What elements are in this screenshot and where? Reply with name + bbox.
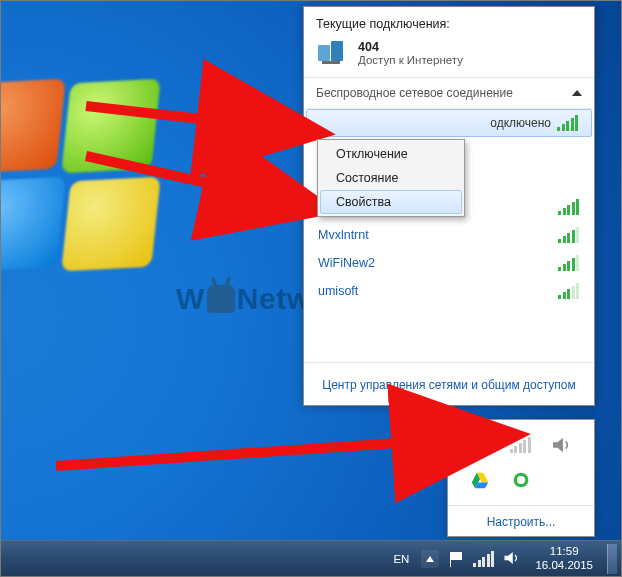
connected-label: одключено: [490, 116, 551, 130]
volume-taskbar-icon[interactable]: [503, 550, 521, 568]
network-item[interactable]: umisoft: [304, 277, 594, 305]
menu-item-disconnect[interactable]: Отключение: [320, 142, 462, 166]
signal-icon: [558, 227, 580, 243]
svg-marker-10: [450, 552, 462, 567]
network-status: Доступ к Интернету: [358, 54, 463, 66]
network-item[interactable]: WiFiNew2: [304, 249, 594, 277]
tray-blank: [469, 435, 491, 455]
show-desktop-button[interactable]: [607, 544, 617, 574]
signal-icon: [557, 115, 579, 131]
svg-marker-11: [505, 552, 513, 564]
android-icon: [207, 285, 235, 313]
tray-overflow-panel: Настроить...: [447, 419, 595, 537]
clock-date: 16.04.2015: [535, 559, 593, 572]
wireless-section-header[interactable]: Беспроводное сетевое соединение: [304, 78, 594, 109]
clock-time: 11:59: [535, 545, 593, 558]
svg-marker-9: [426, 556, 434, 562]
google-drive-icon[interactable]: [469, 470, 491, 490]
network-name: 404: [358, 40, 463, 54]
svg-rect-1: [331, 41, 343, 61]
action-center-icon[interactable]: [447, 550, 465, 568]
menu-item-status[interactable]: Состояние: [320, 166, 462, 190]
current-connections-heading: Текущие подключения:: [304, 7, 594, 35]
collapse-icon: [572, 90, 582, 96]
network-tray-icon[interactable]: [510, 435, 532, 455]
svg-marker-3: [553, 438, 563, 452]
signal-icon: [558, 283, 580, 299]
signal-icon: [558, 199, 580, 215]
taskbar: EN 11:59 16.04.2015: [1, 540, 621, 576]
svg-rect-0: [318, 45, 330, 61]
network-item-selected[interactable]: одключено: [306, 109, 592, 137]
network-center-link[interactable]: Центр управления сетями и общим доступом: [322, 378, 576, 392]
network-item[interactable]: Mvxlntrnt: [304, 221, 594, 249]
volume-tray-icon[interactable]: [551, 435, 573, 455]
customize-link[interactable]: Настроить...: [487, 515, 556, 529]
svg-rect-2: [322, 61, 340, 64]
wireless-heading: Беспроводное сетевое соединение: [316, 86, 513, 100]
network-label: WiFiNew2: [318, 256, 558, 270]
svg-point-8: [517, 476, 525, 484]
network-label: Mvxlntrnt: [318, 228, 558, 242]
signal-icon: [558, 255, 580, 271]
network-icon: [316, 39, 348, 67]
network-label: umisoft: [318, 284, 558, 298]
menu-item-properties[interactable]: Свойства: [320, 190, 462, 214]
clock[interactable]: 11:59 16.04.2015: [529, 545, 599, 571]
flyout-footer: Центр управления сетями и общим доступом: [304, 362, 594, 405]
sync-icon[interactable]: [510, 470, 532, 490]
language-indicator[interactable]: EN: [389, 551, 413, 567]
tray-blank: [551, 470, 573, 490]
network-taskbar-icon[interactable]: [473, 551, 495, 567]
svg-line-17: [56, 436, 501, 466]
current-connection[interactable]: 404 Доступ к Интернету: [304, 35, 594, 78]
context-menu: Отключение Состояние Свойства: [317, 139, 465, 217]
show-hidden-icons-button[interactable]: [421, 550, 439, 568]
windows-logo: [0, 81, 161, 291]
